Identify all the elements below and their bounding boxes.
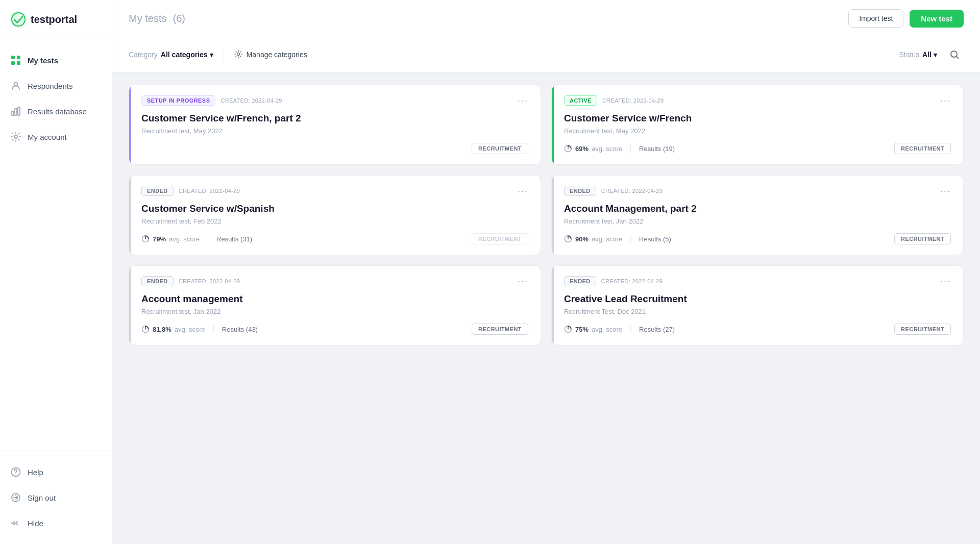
sidebar-item-hide[interactable]: Hide <box>0 510 112 536</box>
status-value[interactable]: All <box>922 51 937 59</box>
test-card-4[interactable]: ENDED CREATED: 2022-04-29 ··· Account ma… <box>129 265 541 345</box>
test-card-2[interactable]: ENDED CREATED: 2022-04-29 ··· Customer S… <box>129 175 541 255</box>
category-tag: RECRUITMENT <box>894 324 951 335</box>
card-meta: ACTIVE CREATED: 2022-04-29 <box>564 95 664 106</box>
card-subtitle: Recruitment test, May 2022 <box>564 127 951 135</box>
status-badge: ENDED <box>141 276 174 286</box>
settings-icon <box>234 50 242 60</box>
card-meta: ENDED CREATED: 2022-04-29 <box>141 276 240 286</box>
header-actions: Import test New test <box>848 9 964 28</box>
card-stats: 79% avg. score Results (31) <box>141 235 252 243</box>
card-stats: 90% avg. score Results (5) <box>564 235 671 243</box>
category-tag: RECRUITMENT <box>894 143 951 154</box>
card-meta: ENDED CREATED: 2022-04-29 <box>141 186 240 196</box>
logo[interactable]: testportal <box>0 0 112 39</box>
sidebar: testportal My tests Respon <box>0 0 112 544</box>
manage-categories-button[interactable]: Manage categories <box>234 50 307 60</box>
filter-divider-1 <box>224 50 224 60</box>
status-badge: ENDED <box>564 186 596 196</box>
card-title: Customer Service w/French <box>564 113 951 124</box>
sidebar-item-results-database[interactable]: Results database <box>0 98 112 124</box>
new-test-button[interactable]: New test <box>910 10 964 28</box>
test-card-5[interactable]: ENDED CREATED: 2022-04-29 ··· Creative L… <box>551 265 964 345</box>
page-title: My tests (6) <box>129 12 185 25</box>
category-chevron-icon <box>210 51 213 59</box>
sidebar-nav: My tests Respondents Results database <box>0 39 112 451</box>
svg-point-10 <box>14 135 17 138</box>
status-chevron-icon <box>934 51 937 59</box>
test-card-3[interactable]: ENDED CREATED: 2022-04-29 ··· Account Ma… <box>551 175 964 255</box>
svg-point-0 <box>10 11 27 28</box>
sidebar-item-help[interactable]: Help <box>0 459 112 485</box>
card-title: Creative Lead Recruitment <box>564 293 951 305</box>
card-menu-button[interactable]: ··· <box>940 277 951 286</box>
card-footer: 90% avg. score Results (5) RECRUITMENT <box>564 233 951 244</box>
card-menu-button[interactable]: ··· <box>518 277 528 286</box>
main-content: My tests (6) Import test New test Catego… <box>112 0 980 544</box>
status-badge: ACTIVE <box>564 95 597 106</box>
svg-rect-8 <box>15 109 17 115</box>
gear-icon <box>10 131 21 142</box>
status-filter: Status All <box>899 51 937 59</box>
card-subtitle: Recruitment Test, Dec 2021 <box>564 308 951 315</box>
import-test-button[interactable]: Import test <box>848 9 903 28</box>
chart-pie-icon <box>141 235 150 243</box>
sidebar-item-my-account[interactable]: My account <box>0 124 112 150</box>
grid-icon <box>10 55 21 66</box>
category-tag: RECRUITMENT <box>472 324 528 335</box>
svg-rect-2 <box>11 56 15 59</box>
card-meta: SETUP IN PROGRESS CREATED: 2022-04-29 <box>141 95 282 106</box>
sidebar-item-sign-out[interactable]: Sign out <box>0 485 112 510</box>
card-created-date: CREATED: 2022-04-29 <box>220 97 282 104</box>
page-header: My tests (6) Import test New test <box>112 0 980 37</box>
card-created-date: CREATED: 2022-04-29 <box>601 188 663 194</box>
logo-text: testportal <box>31 14 77 26</box>
card-menu-button[interactable]: ··· <box>518 186 528 195</box>
chart-icon <box>10 106 21 117</box>
card-subtitle: Recruitment test, Jan 2022 <box>564 217 951 225</box>
card-title: Account Management, part 2 <box>564 203 951 214</box>
filter-right: Status All <box>899 45 964 64</box>
avg-score-stat: 81,8% avg. score <box>141 325 205 333</box>
card-menu-button[interactable]: ··· <box>940 186 951 195</box>
card-subtitle: Recruitment test, Jan 2022 <box>141 308 528 315</box>
users-icon <box>10 80 21 91</box>
status-badge: ENDED <box>564 276 596 286</box>
card-header: ACTIVE CREATED: 2022-04-29 ··· <box>564 95 951 106</box>
card-title: Customer Service w/French, part 2 <box>141 113 528 124</box>
card-menu-button[interactable]: ··· <box>940 96 951 105</box>
test-card-1[interactable]: ACTIVE CREATED: 2022-04-29 ··· Customer … <box>551 85 964 165</box>
sidebar-label-sign-out: Sign out <box>28 493 56 502</box>
card-footer: 81,8% avg. score Results (43) RECRUITMEN… <box>141 324 528 335</box>
category-filter: Category All categories <box>129 51 213 59</box>
avg-score-stat: 69% avg. score <box>564 144 622 153</box>
avg-score-stat: 75% avg. score <box>564 325 622 333</box>
card-footer: 79% avg. score Results (31) RECRUITMENT <box>141 233 528 244</box>
status-badge: SETUP IN PROGRESS <box>141 95 215 106</box>
status-label: Status <box>899 51 919 59</box>
sidebar-item-my-tests[interactable]: My tests <box>0 47 112 73</box>
sidebar-bottom: Help Sign out Hide <box>0 451 112 544</box>
cards-grid: SETUP IN PROGRESS CREATED: 2022-04-29 ··… <box>112 72 980 544</box>
card-menu-button[interactable]: ··· <box>518 96 528 105</box>
card-created-date: CREATED: 2022-04-29 <box>602 97 664 104</box>
avg-score-stat: 79% avg. score <box>141 235 200 243</box>
svg-point-12 <box>15 474 16 475</box>
card-header: ENDED CREATED: 2022-04-29 ··· <box>141 186 528 196</box>
sidebar-label-my-tests: My tests <box>28 56 58 65</box>
card-subtitle: Recruitment test, May 2022 <box>141 127 528 135</box>
card-stats: 81,8% avg. score Results (43) <box>141 325 258 333</box>
filter-bar: Category All categories Manage categorie… <box>112 37 980 72</box>
svg-rect-4 <box>11 61 15 65</box>
test-card-0[interactable]: SETUP IN PROGRESS CREATED: 2022-04-29 ··… <box>129 85 541 165</box>
card-subtitle: Recruitment test, Feb 2022 <box>141 217 528 225</box>
sidebar-item-respondents[interactable]: Respondents <box>0 73 112 98</box>
card-title: Account management <box>141 293 528 305</box>
hide-icon <box>10 517 21 529</box>
card-stats: 69% avg. score Results (19) <box>564 144 675 153</box>
card-title: Customer Service w/Spanish <box>141 203 528 214</box>
signout-icon <box>10 492 21 503</box>
search-button[interactable] <box>945 45 964 64</box>
status-badge: ENDED <box>141 186 174 196</box>
category-value[interactable]: All categories <box>161 51 213 59</box>
